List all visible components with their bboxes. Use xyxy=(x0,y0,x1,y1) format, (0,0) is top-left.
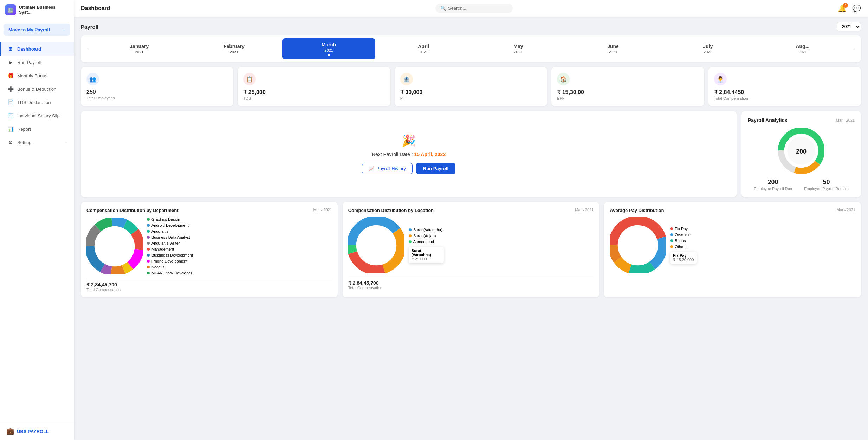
location-chart-title: Compensation Distribution by Location xyxy=(348,208,434,213)
sidebar-item-label: TDS Declaration xyxy=(17,100,51,105)
analytics-title: Payroll Analytics xyxy=(748,117,787,123)
analytics-period: Mar - 2021 xyxy=(836,118,855,122)
epf-icon: 🏠 xyxy=(557,73,570,85)
next-month-button[interactable]: › xyxy=(851,46,857,52)
analytics-donut-svg: 200 xyxy=(778,128,824,174)
month-tab-july[interactable]: July 2021 xyxy=(661,40,754,58)
dept-chart-title: Compensation Distribution by Department xyxy=(86,208,178,213)
sidebar-item-label: Run Payroll xyxy=(17,60,41,65)
sidebar-item-run-payroll[interactable]: ▶ Run Payroll xyxy=(0,56,74,69)
sidebar-item-tds-declaration[interactable]: 📄 TDS Declaration xyxy=(0,96,74,109)
sidebar-item-label: Setting xyxy=(17,140,31,145)
main-area: Dashboard 🔍 🔔 9 💬 Payroll 2021 2022 ‹ xyxy=(74,0,868,440)
sidebar-item-monthly-bonus[interactable]: 🎁 Monthly Bonus xyxy=(0,69,74,82)
prev-month-button[interactable]: ‹ xyxy=(85,46,91,52)
sidebar-nav: ⊞ Dashboard ▶ Run Payroll 🎁 Monthly Bonu… xyxy=(0,39,74,422)
total-comp-value: ₹ 2,84,4450 xyxy=(714,89,855,96)
next-payroll-date: 15 April, 2022 xyxy=(414,151,446,157)
legend-item: Graphics Design xyxy=(147,217,193,221)
employees-icon: 👥 xyxy=(86,73,99,85)
month-tab-february[interactable]: February 2021 xyxy=(187,40,281,58)
legend-item: Surat (Varachha) xyxy=(409,228,444,232)
legend-item: Overtime xyxy=(670,233,697,237)
avg-pay-chart-header: Average Pay Distribution Mar - 2021 xyxy=(610,208,855,213)
legend-item: Surat (Adjan) xyxy=(409,234,444,238)
dept-chart-period: Mar - 2021 xyxy=(313,208,332,212)
avg-pay-chart-title: Average Pay Distribution xyxy=(610,208,664,213)
location-chart-card: Compensation Distribution by Location Ma… xyxy=(343,202,600,297)
svg-text:200: 200 xyxy=(796,148,807,155)
employees-label: Total Employees xyxy=(86,96,228,100)
tooltip-value: ₹ 25,000 xyxy=(412,257,441,261)
tooltip-label: Surat (Varachha) xyxy=(412,248,441,257)
stat-card-total-comp: 👨‍💼 ₹ 2,84,4450 Total Compensation xyxy=(708,67,861,106)
location-chart-body: Surat (Varachha) Surat (Adjan) Ahmedabad… xyxy=(348,217,594,273)
next-payroll-text: Next Payroll Date : 15 April, 2022 xyxy=(372,151,446,157)
avg-pay-legend-tooltip: Fix Pay Overtime Bonus Others Fix Pay ₹ … xyxy=(670,227,697,264)
setting-arrow-icon: › xyxy=(66,141,67,144)
middle-section: 🎉 Next Payroll Date : 15 April, 2022 📈 P… xyxy=(81,111,861,197)
search-input[interactable] xyxy=(448,6,504,11)
report-icon: 📊 xyxy=(7,126,14,132)
app-logo: 🏢 xyxy=(5,4,16,15)
month-tabs: ‹ January 2021 February 2021 March 2021 … xyxy=(81,35,861,62)
dept-chart-header: Compensation Distribution by Department … xyxy=(86,208,332,213)
tds-icon: 📋 xyxy=(243,73,256,85)
sidebar-item-label: Report xyxy=(17,127,31,132)
search-box[interactable]: 🔍 xyxy=(435,4,513,13)
dept-chart-footer: ₹ 2,84,45,700 Total Compensation xyxy=(86,279,332,292)
sidebar-item-dashboard[interactable]: ⊞ Dashboard xyxy=(0,42,74,56)
month-tab-april[interactable]: April 2021 xyxy=(377,40,470,58)
legend-item: Angular.js xyxy=(147,229,193,233)
avg-pay-chart-period: Mar - 2021 xyxy=(837,208,855,212)
move-to-payroll-button[interactable]: Move to My Payroll → xyxy=(4,24,70,36)
analytics-card: Payroll Analytics Mar - 2021 200 xyxy=(741,111,861,197)
stat-card-epf: 🏠 ₹ 15,30,00 EPF xyxy=(551,67,704,106)
tds-value: ₹ 25,000 xyxy=(243,89,384,96)
employees-value: 250 xyxy=(86,89,228,95)
sidebar-item-individual-salary[interactable]: 🧾 Individual Salary Slip xyxy=(0,109,74,122)
location-chart-header: Compensation Distribution by Location Ma… xyxy=(348,208,594,213)
sidebar-item-report[interactable]: 📊 Report xyxy=(0,122,74,136)
notification-bell[interactable]: 🔔 9 xyxy=(838,4,847,13)
legend-item: Others xyxy=(670,245,697,249)
salary-slip-icon: 🧾 xyxy=(7,112,14,119)
avg-pay-legend: Fix Pay Overtime Bonus Others xyxy=(670,227,697,249)
svg-point-15 xyxy=(99,231,130,262)
month-tab-june[interactable]: June 2021 xyxy=(566,40,660,58)
legend-item: Management xyxy=(147,247,193,251)
run-payroll-button[interactable]: Run Payroll xyxy=(416,163,455,174)
svg-point-26 xyxy=(622,230,654,261)
avg-pay-tooltip-value: ₹ 15,30,000 xyxy=(673,258,694,262)
setting-icon: ⚙ xyxy=(7,139,14,145)
year-select[interactable]: 2021 2022 xyxy=(837,22,861,31)
legend-item: Ahmedabad xyxy=(409,240,444,244)
epf-label: EPF xyxy=(557,96,698,101)
month-tab-may[interactable]: May 2021 xyxy=(472,40,565,58)
analytics-stat-run: 200 Employee Payroll Run xyxy=(754,179,792,191)
chat-icon[interactable]: 💬 xyxy=(852,4,861,13)
month-tab-march[interactable]: March 2021 xyxy=(282,38,376,59)
sidebar-item-label: Dashboard xyxy=(17,46,41,52)
dashboard-icon: ⊞ xyxy=(7,46,14,52)
ubs-logo-icon: 💼 xyxy=(6,427,14,435)
sidebar-item-setting[interactable]: ⚙ Setting › xyxy=(0,136,74,149)
content-area: Payroll 2021 2022 ‹ January 2021 Februar… xyxy=(74,17,868,440)
location-donut-svg xyxy=(348,217,404,273)
location-chart-footer: ₹ 2,84,45,700 Total Compensation xyxy=(348,277,594,290)
month-tab-august[interactable]: Aug... 2021 xyxy=(756,40,849,58)
month-tab-january[interactable]: January 2021 xyxy=(92,40,186,58)
payroll-history-button[interactable]: 📈 Payroll History xyxy=(362,163,413,174)
page-title: Dashboard xyxy=(81,5,110,12)
app-name: Ultimate Business Syst... xyxy=(19,5,69,15)
analytics-stat-remain: 50 Employee Payroll Remain xyxy=(804,179,849,191)
analytics-header: Payroll Analytics Mar - 2021 xyxy=(748,117,855,123)
legend-item: Bussiness Development xyxy=(147,253,193,257)
bonus-deduction-icon: ➕ xyxy=(7,86,14,92)
dept-legend: Graphics Design Android Development Angu… xyxy=(147,217,193,275)
footer-label: UBS PAYROLL xyxy=(17,429,49,434)
payroll-emoji: 🎉 xyxy=(402,134,416,147)
sidebar-item-bonus-deduction[interactable]: ➕ Bonus & Deduction xyxy=(0,82,74,96)
legend-item: Bonus xyxy=(670,239,697,243)
tds-icon: 📄 xyxy=(7,99,14,105)
